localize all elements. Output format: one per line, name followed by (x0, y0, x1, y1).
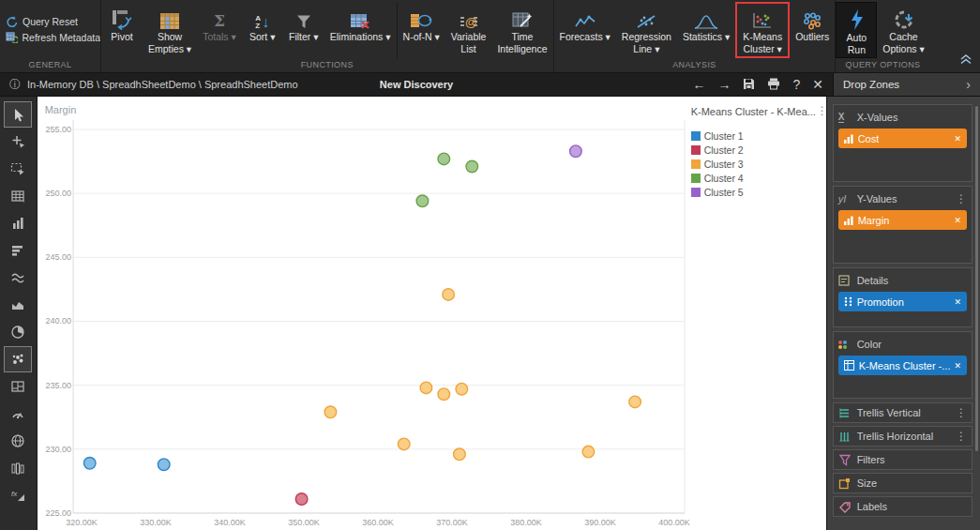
measure-bars-icon (844, 216, 853, 225)
back-icon[interactable]: ← (692, 78, 705, 91)
dropzone-size[interactable]: Size (833, 473, 972, 493)
panel-scrollbar[interactable] (975, 106, 978, 451)
info-icon[interactable]: ⓘ (9, 77, 21, 93)
line-chart-tool[interactable] (4, 265, 32, 291)
drop-zones-title: Drop Zones (843, 79, 899, 90)
regression-line-icon (635, 4, 657, 30)
outliers-button[interactable]: Outliers (790, 2, 835, 58)
forecasts-button[interactable]: Forecasts ▾ (554, 2, 616, 58)
scatter-point[interactable] (442, 289, 454, 301)
select-pointer-tool[interactable] (4, 101, 32, 128)
n-of-n-button[interactable]: N-of-N ▾ (398, 2, 445, 58)
time-intelligence-button[interactable]: TimeIntelligence (491, 2, 552, 58)
svg-text:245.00: 245.00 (45, 252, 71, 262)
pivot-button[interactable]: Pivot (101, 2, 143, 58)
dropzone-filters[interactable]: Filters (833, 449, 972, 470)
cache-options-button[interactable]: CacheOptions ▾ (877, 2, 929, 58)
menu-dots-icon[interactable]: ⋮ (956, 194, 967, 204)
query-reset-button[interactable]: Query Reset (6, 16, 100, 28)
trellis-horizontal-icon (838, 431, 857, 443)
scatter-point[interactable] (295, 493, 308, 506)
legend-item[interactable]: Cluster 1 (691, 129, 828, 143)
chip-remove-icon[interactable]: ✕ (950, 216, 961, 225)
chart-canvas[interactable]: 255.00250.00245.00240.00235.00230.00225.… (38, 97, 826, 530)
k-means-cluster-button[interactable]: K-MeansCluster ▾ (735, 2, 790, 58)
scatter-point[interactable] (453, 448, 465, 461)
legend-item[interactable]: Cluster 5 (691, 185, 828, 199)
dropzone-details[interactable]: Details Promotion ✕ (833, 267, 972, 327)
scatter-point[interactable] (569, 145, 581, 158)
scatter-point[interactable] (438, 388, 450, 401)
scatter-point[interactable] (456, 383, 468, 395)
dropzone-labels[interactable]: Labels (833, 496, 972, 517)
show-empties-button[interactable]: ShowEmpties ▾ (143, 2, 197, 58)
scatter-point[interactable] (438, 153, 450, 165)
scatter-point[interactable] (324, 406, 337, 418)
help-icon[interactable]: ? (792, 78, 800, 91)
scatter-point[interactable] (416, 195, 429, 207)
drop-zones-header[interactable]: Drop Zones › (833, 73, 980, 96)
menu-dots-icon[interactable]: ⋮ (956, 408, 967, 417)
sort-button[interactable]: AZ↓ Sort ▾ (242, 2, 283, 58)
statistics-button[interactable]: Statistics ▾ (677, 2, 735, 58)
scatter-point[interactable] (158, 459, 170, 471)
bar-chart-tool[interactable] (4, 237, 32, 264)
scatter-point[interactable] (398, 438, 410, 450)
lasso-select-tool[interactable] (4, 156, 32, 182)
scatter-point[interactable] (466, 160, 478, 173)
dropzone-trellis-vertical[interactable]: Trellis Vertical ⋮ (833, 402, 972, 423)
auto-run-button[interactable]: AutoRun (836, 2, 877, 58)
pivot-icon (112, 4, 132, 30)
slicer-tool[interactable] (4, 455, 32, 481)
variable-list-button[interactable]: @ VariableList (445, 2, 492, 58)
dropzone-title: X-Values (857, 112, 898, 123)
legend-item[interactable]: Cluster 4 (691, 171, 828, 185)
dropzone-x-values[interactable]: X X-Values Cost ✕ (833, 104, 972, 182)
scatter-point[interactable] (83, 458, 96, 470)
dropzone-title: Y-Values (857, 193, 897, 204)
ribbon-toolbar: Query Reset Refresh Metadata GENERAL Piv… (0, 0, 980, 73)
statistics-bell-icon (694, 4, 718, 30)
grid-visual-tool[interactable] (4, 183, 32, 209)
treemap-tool[interactable] (4, 373, 32, 400)
dropzone-title: Trellis Horizontal (857, 431, 934, 442)
ribbon-group-query-options: AutoRun CacheOptions ▾ QUERY OPTIONS (836, 0, 929, 72)
chip-remove-icon[interactable]: ✕ (950, 134, 961, 144)
gauge-tool[interactable] (4, 401, 32, 427)
scatter-point[interactable] (628, 396, 641, 408)
dropzone-trellis-horizontal[interactable]: Trellis Horizontal ⋮ (833, 426, 972, 447)
save-icon[interactable] (743, 78, 755, 92)
ribbon-collapse-button[interactable] (959, 52, 972, 68)
chip-margin[interactable]: Margin ✕ (838, 210, 967, 230)
area-chart-tool[interactable] (4, 292, 32, 318)
legend-item[interactable]: Cluster 3 (691, 157, 828, 171)
scatter-chart-tool[interactable] (4, 346, 32, 372)
query-reset-label: Query Reset (23, 16, 78, 27)
chip-k-means-cluster[interactable]: K-Means Cluster -... ✕ (838, 356, 967, 375)
chip-remove-icon[interactable]: ✕ (950, 297, 961, 307)
chip-promotion[interactable]: Promotion ✕ (838, 292, 967, 311)
chevron-right-icon[interactable]: › (966, 77, 971, 92)
close-icon[interactable]: ✕ (812, 78, 823, 91)
chip-cost[interactable]: Cost ✕ (838, 129, 967, 148)
dropzone-color[interactable]: Color K-Means Cluster -... ✕ (833, 331, 972, 399)
scatter-point[interactable] (420, 382, 432, 394)
map-tool[interactable] (4, 428, 32, 454)
eliminations-button[interactable]: Eliminations ▾ (324, 2, 397, 58)
forward-icon[interactable]: → (717, 78, 731, 91)
column-chart-tool[interactable] (4, 210, 32, 236)
svg-text:340.00K: 340.00K (214, 518, 246, 527)
regression-line-button[interactable]: RegressionLine ▾ (616, 2, 677, 58)
print-icon[interactable] (767, 78, 780, 92)
pie-chart-tool[interactable] (4, 319, 32, 345)
refresh-metadata-button[interactable]: Refresh Metadata (6, 32, 100, 43)
dropzone-title: Labels (857, 501, 887, 512)
dropzone-y-values[interactable]: yΙ Y-Values ⋮ Margin ✕ (833, 186, 972, 264)
point-select-tool[interactable] (4, 129, 32, 155)
scatter-point[interactable] (582, 446, 595, 458)
custom-visual-tool[interactable]: fx (4, 482, 32, 508)
legend-item[interactable]: Cluster 2 (691, 143, 828, 157)
menu-dots-icon[interactable]: ⋮ (956, 432, 967, 441)
filter-button[interactable]: Filter ▾ (283, 2, 324, 58)
chip-remove-icon[interactable]: ✕ (950, 361, 961, 371)
